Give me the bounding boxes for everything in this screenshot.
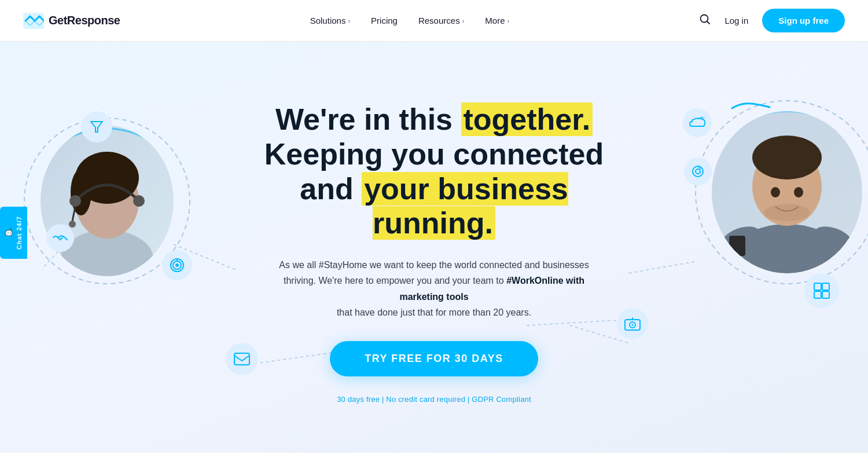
cloud-icon-bubble <box>683 108 712 137</box>
svg-rect-44 <box>822 283 829 290</box>
svg-point-17 <box>71 169 91 215</box>
header: GetResponse Solutions › Pricing Resource… <box>0 0 868 42</box>
login-link[interactable]: Log in <box>724 16 748 25</box>
person-left-svg <box>41 126 174 276</box>
filter-icon <box>89 119 104 134</box>
svg-point-38 <box>794 187 803 197</box>
svg-point-19 <box>133 195 145 207</box>
nav-right: Log in Sign up free <box>699 9 845 32</box>
desc-end: that have done just that for more than 2… <box>337 307 531 317</box>
title-highlight-2: your business running. <box>362 172 568 240</box>
logo-text: GetResponse <box>49 14 120 27</box>
svg-point-18 <box>69 195 81 207</box>
try-free-button[interactable]: TRY FREE FOR 30 DAYS <box>330 341 538 376</box>
chat-label: Chat 24/7 <box>16 216 23 250</box>
chevron-icon: › <box>348 17 350 24</box>
hero-description: As we all #StayHome we want to keep the … <box>266 257 602 320</box>
target-icon-bubble <box>162 250 192 280</box>
person-right-image <box>712 111 862 273</box>
cloud-icon <box>689 117 705 129</box>
tools-section: TOOLS TO COMMUNICATE ONLINE DAY DAY <box>0 453 868 465</box>
hero-section: We're in this together. Keeping you conn… <box>0 42 868 453</box>
chevron-icon: › <box>507 17 510 24</box>
title-line-2: Keeping you connected <box>264 137 604 171</box>
nav-more[interactable]: More › <box>485 16 509 25</box>
chat-icon: 💬 <box>5 229 12 237</box>
title-text-1: We're in this <box>275 102 461 136</box>
signup-button[interactable]: Sign up free <box>762 9 845 32</box>
svg-point-41 <box>696 169 700 174</box>
chat-sidebar[interactable]: 💬 Chat 24/7 <box>0 207 27 259</box>
nav-solutions[interactable]: Solutions › <box>310 16 350 25</box>
filter-icon-bubble <box>81 111 112 142</box>
audio-icon <box>690 164 705 179</box>
logo[interactable]: GetResponse <box>23 13 120 29</box>
hero-content: We're in this together. Keeping you conn… <box>231 68 637 427</box>
search-icon <box>699 13 711 25</box>
hero-title: We're in this together. Keeping you conn… <box>243 102 625 241</box>
svg-line-2 <box>707 21 709 24</box>
nav-pricing[interactable]: Pricing <box>371 16 398 25</box>
person-right-svg <box>712 111 862 273</box>
title-highlight-1: together. <box>461 102 593 136</box>
svg-point-36 <box>764 204 810 221</box>
chevron-icon: › <box>462 17 465 24</box>
svg-point-26 <box>175 263 179 267</box>
svg-point-40 <box>693 166 703 177</box>
layout-icon <box>814 283 830 299</box>
logo-icon <box>23 13 44 29</box>
cta-note: 30 days free | No credit card required |… <box>337 395 531 404</box>
audio-icon-bubble <box>684 158 712 185</box>
svg-point-35 <box>752 136 822 180</box>
svg-rect-46 <box>822 291 829 298</box>
target-icon <box>170 258 185 273</box>
handshake-icon <box>53 232 68 244</box>
main-nav: Solutions › Pricing Resources › More › <box>310 16 509 25</box>
svg-point-21 <box>69 221 76 228</box>
handshake-icon-bubble <box>46 224 74 252</box>
blue-accent <box>729 102 775 111</box>
layout-icon-bubble <box>804 273 839 308</box>
person-right-container <box>694 100 868 285</box>
svg-line-9 <box>628 262 694 273</box>
svg-marker-23 <box>91 122 102 132</box>
cta-area: TRY FREE FOR 30 DAYS 30 days free | No c… <box>243 341 625 404</box>
search-button[interactable] <box>699 13 711 28</box>
svg-point-37 <box>771 187 780 197</box>
title-text-3: and <box>300 172 362 206</box>
svg-rect-43 <box>814 283 821 290</box>
nav-resources[interactable]: Resources › <box>418 16 464 25</box>
person-left-image <box>41 126 174 276</box>
svg-rect-45 <box>814 291 821 298</box>
